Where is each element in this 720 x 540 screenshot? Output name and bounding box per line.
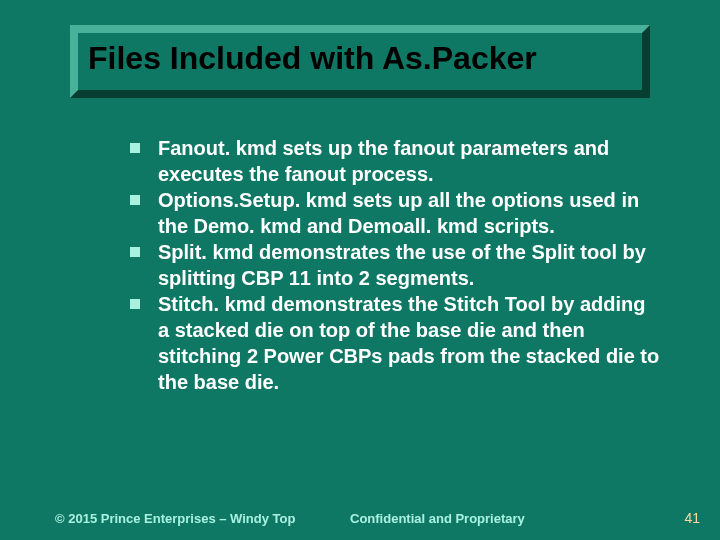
footer-copyright: © 2015 Prince Enterprises – Windy Top [55,511,295,526]
bullet-text: Options.Setup. kmd sets up all the optio… [158,189,639,237]
bullet-text: Split. kmd demonstrates the use of the S… [158,241,646,289]
title-box: Files Included with As.Packer [70,25,650,98]
square-bullet-icon [130,247,140,257]
bullet-list: Fanout. kmd sets up the fanout parameter… [130,135,660,395]
content-area: Fanout. kmd sets up the fanout parameter… [130,135,660,395]
page-number: 41 [684,510,700,526]
list-item: Split. kmd demonstrates the use of the S… [130,239,660,291]
list-item: Stitch. kmd demonstrates the Stitch Tool… [130,291,660,395]
bullet-text: Fanout. kmd sets up the fanout parameter… [158,137,609,185]
list-item: Fanout. kmd sets up the fanout parameter… [130,135,660,187]
list-item: Options.Setup. kmd sets up all the optio… [130,187,660,239]
square-bullet-icon [130,143,140,153]
slide-title: Files Included with As.Packer [88,41,632,76]
square-bullet-icon [130,299,140,309]
footer-confidential: Confidential and Proprietary [350,511,525,526]
square-bullet-icon [130,195,140,205]
bullet-text: Stitch. kmd demonstrates the Stitch Tool… [158,293,659,393]
